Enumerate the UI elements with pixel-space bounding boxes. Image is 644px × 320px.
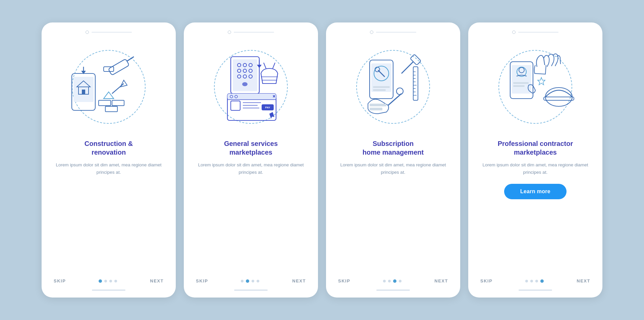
construction-illustration bbox=[65, 47, 152, 127]
phone-bar-line-4 bbox=[518, 32, 558, 33]
card-1-bottom: SKIP NEXT bbox=[48, 278, 169, 291]
svg-marker-47 bbox=[269, 112, 274, 119]
nav-dot-3-4 bbox=[399, 280, 401, 282]
next-button-3[interactable]: NEXT bbox=[434, 278, 448, 283]
nav-dot-4-3 bbox=[535, 280, 538, 282]
svg-line-33 bbox=[273, 63, 275, 68]
card-1-title: Construction &renovation bbox=[85, 139, 133, 157]
phone-dot-4 bbox=[512, 31, 516, 34]
svg-rect-77 bbox=[544, 97, 574, 100]
nav-dot-2-1 bbox=[241, 280, 244, 282]
nav-dot-4-1 bbox=[525, 280, 528, 282]
svg-rect-10 bbox=[99, 100, 111, 106]
illustration-area-3 bbox=[343, 40, 443, 134]
skip-button-3[interactable]: SKIP bbox=[338, 278, 350, 283]
card-3-bottom: SKIP NEXT bbox=[333, 278, 453, 291]
nav-dot-1-4 bbox=[114, 280, 117, 282]
nav-dot-4-2 bbox=[530, 280, 533, 282]
card-2-bottom: SKIP NEXT bbox=[191, 278, 311, 291]
home-bar-3 bbox=[376, 289, 410, 291]
svg-rect-4 bbox=[82, 90, 85, 94]
contractor-illustration bbox=[492, 47, 579, 127]
phone-card-2: PAY General servicesmarketplaces Lorem i… bbox=[184, 22, 318, 298]
svg-line-13 bbox=[112, 84, 124, 94]
home-bar-1 bbox=[92, 289, 125, 291]
card-3-title: Subscriptionhome management bbox=[363, 139, 424, 157]
svg-point-27 bbox=[242, 82, 248, 86]
svg-marker-29 bbox=[257, 65, 262, 68]
skip-button-1[interactable]: SKIP bbox=[54, 278, 66, 283]
phone-top-bar-1 bbox=[48, 31, 169, 34]
svg-line-32 bbox=[264, 63, 266, 68]
phone-bar-line bbox=[92, 32, 132, 33]
nav-dot-1-3 bbox=[109, 280, 112, 282]
card-4-title: Professional contractormarketplaces bbox=[498, 139, 573, 157]
phone-top-bar-2 bbox=[191, 31, 311, 34]
nav-row-1: SKIP NEXT bbox=[48, 278, 169, 283]
svg-rect-75 bbox=[513, 85, 525, 87]
nav-dot-2-2 bbox=[246, 279, 249, 283]
next-button-1[interactable]: NEXT bbox=[150, 278, 164, 283]
svg-rect-74 bbox=[513, 82, 529, 84]
illustration-area-1 bbox=[58, 40, 159, 134]
phone-dot-3 bbox=[370, 31, 373, 34]
phone-dot bbox=[86, 31, 89, 34]
svg-rect-69 bbox=[370, 108, 382, 110]
svg-rect-11 bbox=[112, 100, 124, 106]
nav-dot-1-1 bbox=[99, 279, 102, 283]
phone-dot-2 bbox=[228, 31, 231, 34]
phone-bar-line-3 bbox=[376, 32, 416, 33]
svg-text:PAY: PAY bbox=[265, 106, 270, 109]
svg-rect-68 bbox=[370, 104, 386, 106]
nav-dots-4 bbox=[525, 279, 544, 283]
learn-more-button[interactable]: Learn more bbox=[504, 184, 567, 199]
card-2-title: General servicesmarketplaces bbox=[224, 139, 278, 157]
home-bar-4 bbox=[519, 289, 552, 291]
nav-dot-4-4 bbox=[540, 279, 544, 283]
nav-row-3: SKIP NEXT bbox=[333, 278, 453, 283]
screens-container: Construction &renovation Lorem ipsum dol… bbox=[21, 9, 623, 311]
marketplace-illustration: PAY bbox=[207, 47, 294, 127]
svg-rect-41 bbox=[231, 101, 240, 110]
next-button-2[interactable]: NEXT bbox=[292, 278, 306, 283]
card-4-desc: Lorem ipsum dolor sit dim amet, mea regi… bbox=[475, 161, 596, 176]
svg-rect-12 bbox=[105, 106, 117, 112]
card-3-desc: Lorem ipsum dolor sit dim amet, mea regi… bbox=[333, 161, 453, 176]
svg-rect-54 bbox=[373, 89, 386, 91]
svg-line-66 bbox=[388, 94, 401, 105]
nav-dot-3-1 bbox=[383, 280, 386, 282]
svg-rect-17 bbox=[233, 59, 257, 91]
nav-row-2: SKIP NEXT bbox=[191, 278, 311, 283]
nav-dot-2-3 bbox=[252, 280, 254, 282]
phone-top-bar-3 bbox=[333, 31, 453, 34]
svg-rect-53 bbox=[373, 86, 390, 88]
home-bar-2 bbox=[234, 289, 268, 291]
nav-dots-1 bbox=[99, 279, 117, 283]
card-1-desc: Lorem ipsum dolor sit dim amet, mea regi… bbox=[48, 161, 169, 176]
phone-card-1: Construction &renovation Lorem ipsum dol… bbox=[42, 22, 176, 298]
nav-dot-3-2 bbox=[388, 280, 391, 282]
svg-line-8 bbox=[127, 57, 134, 61]
card-2-desc: Lorem ipsum dolor sit dim amet, mea regi… bbox=[191, 161, 311, 176]
nav-dot-3-3 bbox=[393, 279, 396, 283]
next-button-4[interactable]: NEXT bbox=[577, 278, 590, 283]
subscription-illustration bbox=[350, 47, 437, 127]
nav-row-4: SKIP NEXT bbox=[475, 278, 596, 283]
nav-dots-3 bbox=[383, 279, 401, 283]
card-4-bottom: SKIP NEXT bbox=[475, 278, 596, 291]
nav-dots-2 bbox=[241, 279, 259, 283]
phone-card-4: Professional contractormarketplaces Lore… bbox=[468, 22, 602, 298]
phone-card-3: Subscriptionhome management Lorem ipsum … bbox=[326, 22, 460, 298]
skip-button-2[interactable]: SKIP bbox=[196, 278, 208, 283]
skip-button-4[interactable]: SKIP bbox=[480, 278, 492, 283]
nav-dot-1-2 bbox=[104, 280, 107, 282]
illustration-area-2: PAY bbox=[201, 40, 301, 134]
svg-point-67 bbox=[396, 88, 403, 95]
illustration-area-4 bbox=[485, 40, 586, 134]
phone-bar-line-2 bbox=[234, 32, 274, 33]
nav-dot-2-4 bbox=[257, 280, 259, 282]
svg-line-55 bbox=[401, 62, 413, 73]
phone-top-bar-4 bbox=[475, 31, 596, 34]
